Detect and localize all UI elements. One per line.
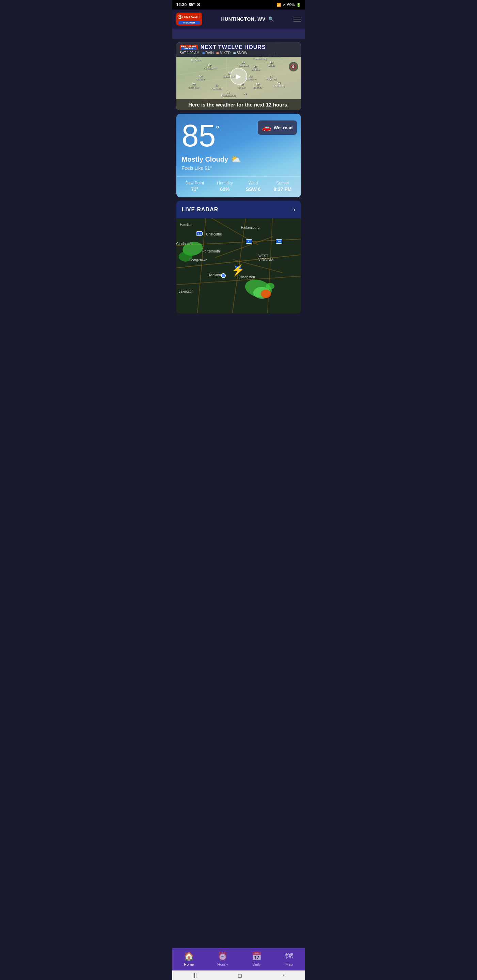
weather-stats: Dew Point 71° Humidity 62% Wind SSW 6 Su… (176, 176, 301, 197)
mute-button[interactable]: 🔇 (289, 62, 298, 72)
scroll-content: 69Cincinnati 68Portsmouth 68Grayson 70Le… (172, 42, 305, 351)
radar-city-georgetown: Georgetown (188, 258, 207, 262)
wind-label: Wind (246, 181, 261, 185)
logo-first-alert: FIRST ALERT (182, 16, 200, 19)
condition-icon: ⛅ (231, 154, 241, 164)
radar-city-hamilton: Hamilton (180, 223, 193, 227)
radar-map[interactable]: Hamilton Cincinnati Georgetown Lexington… (176, 218, 301, 313)
feels-like: Feels Like 91° (182, 165, 295, 171)
dew-point-label: Dew Point (185, 181, 204, 185)
video-caption: Here is the weather for the next 12 hour… (176, 99, 301, 110)
status-app-icon: ✖ (197, 2, 200, 7)
video-logo: FIRST ALERT WEATHER (180, 45, 198, 50)
radar-city-portsmouth: Portsmouth (202, 250, 220, 253)
dew-point-stat: Dew Point 71° (185, 181, 204, 192)
radar-city-wv: WESTVIRGINIA (258, 254, 273, 262)
wet-road-label: Wet road (274, 125, 292, 130)
app-logo: 3 FIRST ALERT WEATHER (176, 13, 202, 25)
logo-weather: WEATHER (179, 21, 200, 24)
city-label: HUNTINGTON, WV (221, 16, 265, 22)
condition-row: Mostly Cloudy ⛅ (182, 154, 295, 164)
wind-stat: Wind SSW 6 (246, 181, 261, 192)
status-bar: 12:30 85° ✖ 📶 ⊘ 69% 🔋 (172, 0, 305, 10)
play-icon: ▶ (236, 72, 241, 80)
wet-road-icon: 🚗 (262, 123, 271, 132)
degree-symbol: ° (216, 124, 220, 135)
sunset-value: 8:37 PM (274, 186, 292, 192)
status-temp: 85° (188, 2, 195, 7)
sunset-stat: Sunset 8:37 PM (274, 181, 292, 192)
header-city: HUNTINGTON, WV 🔍 (221, 16, 274, 22)
dnd-icon: ⊘ (282, 3, 286, 7)
radar-city-chillicothe: Chillicothe (206, 232, 222, 236)
video-card[interactable]: 69Cincinnati 68Portsmouth 68Grayson 70Le… (176, 42, 301, 110)
radar-arrow: › (293, 205, 295, 213)
condition-label: Mostly Cloudy (182, 156, 228, 163)
interstate-71: 71 (196, 231, 203, 236)
radar-background: Hamilton Cincinnati Georgetown Lexington… (176, 218, 301, 313)
ad-banner (172, 29, 305, 39)
weather-card: 85 ° 🚗 Wet road Mostly Cloudy ⛅ Feels Li… (176, 114, 301, 197)
humidity-label: Humidity (217, 181, 233, 185)
app-header: 3 FIRST ALERT WEATHER HUNTINGTON, WV 🔍 (172, 10, 305, 29)
wind-value: SSW 6 (246, 186, 261, 192)
humidity-value: 62% (217, 186, 233, 192)
video-thumbnail: 69Cincinnati 68Portsmouth 68Grayson 70Le… (176, 42, 301, 110)
location-dot (221, 273, 226, 278)
search-icon[interactable]: 🔍 (268, 16, 274, 22)
temperature-value: 85 (182, 121, 216, 151)
interstate-77-north: 77 (246, 239, 252, 243)
status-left: 12:30 85° ✖ (176, 2, 201, 7)
status-time: 12:30 (176, 2, 187, 7)
video-overlay-top: FIRST ALERT WEATHER NEXT TWELVE HOURS SA… (176, 42, 301, 57)
radar-title: LIVE RADAR (182, 207, 219, 213)
lightning-icon: ⚡ (231, 264, 245, 277)
interstate-79: 79 (276, 239, 282, 243)
wet-road-badge: 🚗 Wet road (258, 121, 297, 135)
radar-city-ashland: Ashland (209, 273, 221, 277)
radar-section: LIVE RADAR › (176, 201, 301, 313)
weather-description: Mostly Cloudy ⛅ Feels Like 91° (176, 154, 301, 174)
radar-city-parkersburg: Parkersburg (241, 226, 260, 229)
wifi-icon: 📶 (276, 3, 281, 7)
sunset-label: Sunset (274, 181, 292, 185)
play-button[interactable]: ▶ (230, 68, 247, 85)
status-right: 📶 ⊘ 69% 🔋 (276, 3, 301, 7)
radar-city-cincinnati: Cincinnati (176, 242, 191, 246)
radar-city-lexington: Lexington (179, 290, 193, 293)
video-subtitle: SAT 1:00 AM RAIN MIXED SNOW (180, 51, 298, 55)
video-title: NEXT TWELVE HOURS (201, 44, 266, 50)
battery-percent: 69% (287, 3, 295, 7)
battery-icon: 🔋 (296, 3, 301, 7)
mute-icon: 🔇 (290, 64, 296, 69)
logo-number: 3 (179, 14, 182, 21)
weather-main: 85 ° 🚗 Wet road (176, 114, 301, 154)
dew-point-value: 71° (185, 186, 204, 192)
menu-button[interactable] (294, 17, 301, 21)
humidity-stat: Humidity 62% (217, 181, 233, 192)
radar-header[interactable]: LIVE RADAR › (176, 201, 301, 218)
